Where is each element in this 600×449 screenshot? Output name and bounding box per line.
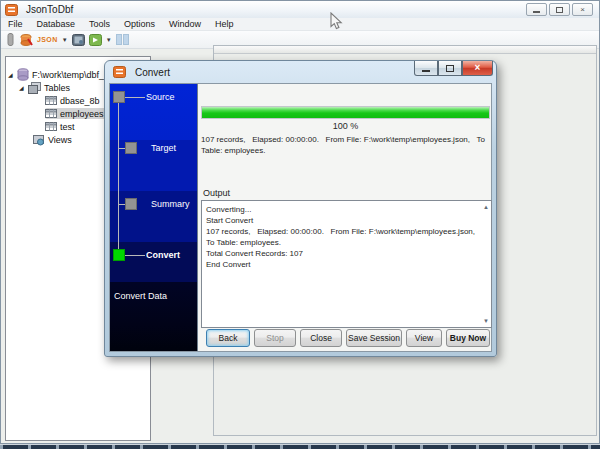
taskbar-edge xyxy=(0,444,600,449)
app-icon xyxy=(5,4,18,16)
dialog-button-row: Back Stop Close Save Session View Buy No… xyxy=(206,329,490,347)
close-icon: × xyxy=(475,63,481,73)
output-line: End Convert xyxy=(206,259,475,270)
step-label-summary: Summary xyxy=(151,199,190,209)
tree-node-label: dbase_8b xyxy=(60,96,100,106)
tree-node-label: test xyxy=(60,122,75,132)
output-log-text: Converting... Start Convert 107 records,… xyxy=(202,201,491,272)
step-marker-convert-active xyxy=(113,249,125,261)
minimize-icon xyxy=(533,11,540,13)
maximize-icon xyxy=(446,65,454,72)
conversion-status-text: 107 records, Elapsed: 00:00:00. From Fil… xyxy=(201,134,492,156)
menu-options[interactable]: Options xyxy=(117,18,162,31)
wizard-connector-line xyxy=(125,97,145,98)
save-session-button[interactable]: Save Session xyxy=(346,329,402,347)
maximize-button[interactable] xyxy=(549,3,570,16)
table-icon xyxy=(45,108,57,119)
step-marker-source xyxy=(113,91,125,103)
maximize-icon xyxy=(556,7,563,13)
database-icon xyxy=(17,68,29,81)
output-log[interactable]: Converting... Start Convert 107 records,… xyxy=(201,200,492,328)
tree-node-label: employees xyxy=(60,109,104,119)
menu-database[interactable]: Database xyxy=(30,18,83,31)
progress-percent-label: 100 % xyxy=(198,121,493,131)
dialog-window-controls: × xyxy=(414,61,493,76)
selected-highlight: employees xyxy=(45,108,107,119)
tree-node-label: Tables xyxy=(44,83,70,93)
menu-bar: File Database Tools Options Window Help xyxy=(1,18,599,31)
layout-icon[interactable] xyxy=(116,34,129,45)
scroll-down-icon[interactable]: ▼ xyxy=(483,318,489,324)
progress-bar xyxy=(201,106,490,119)
export-dropdown-icon[interactable]: ▼ xyxy=(106,37,112,43)
wizard-connector-line xyxy=(125,255,145,256)
dialog-title: Convert xyxy=(135,67,170,78)
wizard-connector-line xyxy=(118,98,119,256)
table-icon xyxy=(45,121,57,132)
step-label-source: Source xyxy=(146,92,175,102)
output-line: Converting... xyxy=(206,204,475,215)
close-icon: × xyxy=(580,6,585,14)
step-label-target: Target xyxy=(151,143,176,153)
main-titlebar[interactable]: JsonToDbf × xyxy=(1,1,599,18)
minimize-icon xyxy=(422,70,430,72)
json-source-button[interactable]: JSON xyxy=(37,36,58,43)
stop-button: Stop xyxy=(254,329,296,347)
view-button[interactable]: View xyxy=(406,329,442,347)
json-dropdown-icon[interactable]: ▼ xyxy=(62,37,68,43)
export-icon[interactable] xyxy=(89,34,102,46)
table-viewer-icon[interactable] xyxy=(72,34,85,46)
output-line: Total Convert Records: 107 xyxy=(206,248,475,259)
wizard-sidebar: Source Target Summary Convert Convert Da… xyxy=(110,84,197,351)
dialog-icon xyxy=(113,66,126,78)
dialog-client-area: Source Target Summary Convert Convert Da… xyxy=(109,83,492,352)
back-button[interactable]: Back xyxy=(206,329,250,347)
menu-file[interactable]: File xyxy=(1,18,30,31)
dialog-maximize-button[interactable] xyxy=(438,61,462,76)
tree-node-label: F:\work\temp\dbf_1 xyxy=(32,70,109,80)
convert-dialog: Convert × Source Target Summary Convert … xyxy=(104,60,497,357)
dialog-minimize-button[interactable] xyxy=(414,61,438,76)
dialog-close-button[interactable]: × xyxy=(462,61,493,76)
sidebar-caption: Convert Data xyxy=(114,291,167,301)
wizard-content: 100 % 107 records, Elapsed: 00:00:00. Fr… xyxy=(197,84,491,351)
output-line: Start Convert xyxy=(206,215,475,226)
window-controls: × xyxy=(526,3,593,16)
close-dialog-button[interactable]: Close xyxy=(300,329,342,347)
right-panel-header xyxy=(214,46,596,54)
table-icon xyxy=(45,95,57,106)
expander-icon[interactable]: ◢ xyxy=(8,72,17,78)
progress-bar-fill xyxy=(202,107,489,118)
step-marker-target xyxy=(125,142,137,154)
window-title: JsonToDbf xyxy=(26,4,73,15)
expander-icon[interactable]: ◢ xyxy=(19,85,28,91)
disconnect-icon[interactable] xyxy=(19,33,33,47)
views-icon xyxy=(32,134,45,146)
menu-window[interactable]: Window xyxy=(162,18,208,31)
buy-now-button[interactable]: Buy Now xyxy=(446,329,490,347)
menu-tools[interactable]: Tools xyxy=(82,18,117,31)
step-marker-summary xyxy=(125,198,137,210)
output-label: Output xyxy=(203,188,230,198)
tree-node-label: Views xyxy=(48,135,72,145)
scroll-up-icon[interactable]: ▲ xyxy=(483,204,489,210)
tables-folder-icon xyxy=(28,82,41,94)
close-button[interactable]: × xyxy=(572,3,593,16)
menu-help[interactable]: Help xyxy=(208,18,241,31)
output-line: 107 records, Elapsed: 00:00:00. From Fil… xyxy=(206,226,475,248)
minimize-button[interactable] xyxy=(526,3,547,16)
connect-icon[interactable] xyxy=(6,33,15,46)
step-label-convert: Convert xyxy=(146,250,180,260)
